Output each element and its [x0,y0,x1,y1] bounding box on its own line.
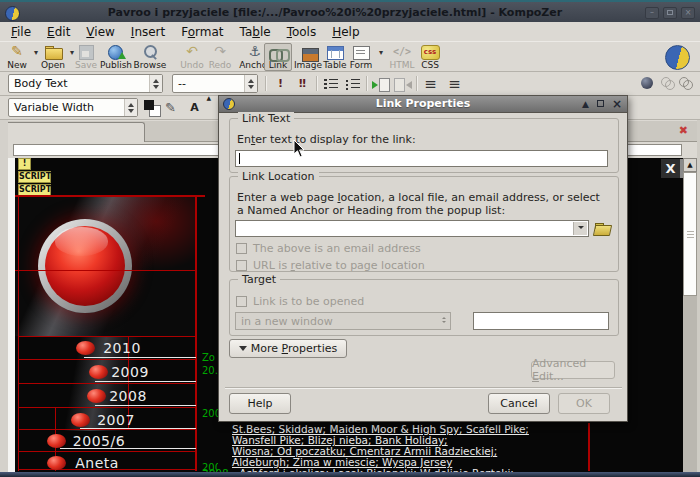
bullet-list-icon [343,76,363,92]
table-border [18,383,196,384]
link-location-label: Enter a web page location, a local file,… [237,191,603,217]
dialog-close-button[interactable]: × [612,97,622,111]
html-button[interactable]: </> HTML [386,43,418,71]
open-button[interactable]: Open ▾ [38,43,68,71]
menu-underline [60,448,196,449]
year-menu-link[interactable]: 2008 [109,388,147,404]
align-left-button[interactable]: ≡ [420,74,441,93]
link-open-checkbox-label: Link is to be opened [253,295,364,308]
close-tab-icon[interactable]: ✖ [679,124,688,137]
menu-tools[interactable]: Tools [279,23,325,41]
broken-image-icon[interactable]: X [661,159,683,178]
menu-edit[interactable]: Edit [39,23,78,41]
year-menu-link[interactable]: 2007 [97,412,135,428]
year-menu-link[interactable]: 2009 [111,364,149,380]
dark-sphere-tool-icon[interactable] [641,77,653,89]
paragraph-format-select[interactable]: Body Text [8,74,163,93]
form-icon [351,44,371,60]
browse-button[interactable]: Browse [133,43,167,71]
kompozer-window: Pavroo i przyjaciele [file:/.../Pavroo%2… [0,0,700,477]
overlap-circles-tool-icon[interactable] [661,77,673,89]
outdent-button[interactable] [392,74,413,93]
help-button[interactable]: Help [229,393,291,414]
window-bottom-border [0,472,700,477]
table-border [18,336,196,337]
target-frame-input[interactable] [473,312,609,330]
toolbar-separator [416,76,417,91]
undo-button[interactable]: ↶ Undo [178,43,206,71]
warning-badge[interactable]: ! [18,158,31,170]
font-family-select[interactable]: Variable Width [8,98,138,117]
advanced-edit-button[interactable]: Advanced Edit... [531,361,615,379]
form-button[interactable]: Form ▾ [347,43,375,71]
dialog-maximize-button[interactable] [597,97,604,111]
font-size-select[interactable]: -- [172,74,258,93]
emphasis-button[interactable]: ! [270,74,291,93]
link-location-legend: Link Location [238,170,319,183]
relative-url-checkbox[interactable] [236,260,247,271]
year-menu-link[interactable]: Aneta [75,455,119,471]
table-border [18,429,196,430]
menu-table[interactable]: Table [232,23,279,41]
combobox-arrow-icon[interactable] [573,222,587,235]
window-titlebar[interactable]: Pavroo i przyjaciele [file:/.../Pavroo%2… [0,0,700,22]
dialog-titlebar[interactable]: Link Properties ▲ × [219,96,627,113]
menu-format[interactable]: Format [173,23,231,41]
scroll-up-button[interactable]: ▲ [683,158,697,172]
menu-underline [80,428,196,429]
toolbar-separator [265,76,266,91]
format-toolbar: Body Text -- ! ‼ ≡ ≡ [0,72,700,96]
link-text-legend: Link Text [238,112,294,125]
toolbar-separator [316,76,317,91]
script-badge[interactable]: SCRIPT [18,171,51,183]
numbered-list-button[interactable] [320,74,341,93]
indent-icon [371,76,391,92]
strong-emphasis-button[interactable]: ‼ [292,74,313,93]
target-window-select[interactable]: in a new window [235,312,451,330]
indent-button[interactable] [370,74,391,93]
ok-button[interactable]: OK [558,393,610,414]
minimize-button[interactable]: – [645,7,659,19]
table-border [18,407,196,408]
link-location-combobox[interactable] [235,220,589,237]
browse-magnifier-icon [140,44,160,60]
overlap-circles-tool-icon-2[interactable] [679,77,691,89]
dialog-shade-button[interactable]: ▲ [582,97,589,111]
link-open-checkbox[interactable] [236,296,247,307]
scrollbar-thumb[interactable] [683,172,697,296]
year-menu-link[interactable]: 2010 [103,340,141,356]
menu-view[interactable]: View [78,23,122,41]
red-button-highlight [55,227,108,255]
align-right-button[interactable]: ≡ [444,74,465,93]
choose-file-button[interactable] [593,220,611,237]
document-tab[interactable] [2,122,145,142]
redo-button[interactable]: ↷ Redo [206,43,234,71]
window-left-border [0,120,8,472]
close-button[interactable]: × [681,7,695,19]
save-button[interactable]: Save [72,43,100,71]
bullet-list-button[interactable] [342,74,363,93]
email-address-checkbox[interactable] [236,243,247,254]
css-button[interactable]: css CSS [416,43,444,71]
maximize-button[interactable] [663,7,677,19]
vertical-scrollbar[interactable]: ▲ [683,158,697,472]
menu-insert[interactable]: Insert [123,23,173,41]
new-button[interactable]: ✎ New ▾ [2,43,32,71]
publish-button[interactable]: Publish [100,43,132,71]
more-properties-button[interactable]: More Properties [229,339,347,358]
link-text-input[interactable] [235,150,608,167]
menu-help[interactable]: Help [324,23,367,41]
text-color-swatch[interactable] [144,100,156,112]
year-fragment: Zo [202,352,218,363]
link-button[interactable]: Link [264,43,292,71]
cancel-button[interactable]: Cancel [488,393,550,414]
menu-bullet-icon [87,389,106,403]
dialog-title: Link Properties [219,97,627,110]
menu-file[interactable]: File [3,23,39,41]
year-menu-link[interactable]: 2005/6 [73,433,125,449]
decrease-font-button[interactable]: A▲ [184,98,205,117]
combo-spin-icon [244,75,257,92]
highlight-pen-button[interactable]: ✎ [160,98,181,117]
table-button[interactable]: Table [320,43,350,71]
form-dropdown-icon[interactable]: ▾ [379,48,383,57]
